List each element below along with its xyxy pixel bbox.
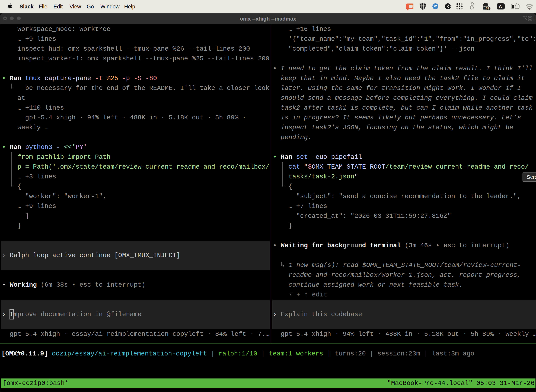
svg-text:..61: ..61 xyxy=(484,7,489,10)
svg-text:A: A xyxy=(499,4,502,9)
svg-text:1: 1 xyxy=(532,15,536,21)
